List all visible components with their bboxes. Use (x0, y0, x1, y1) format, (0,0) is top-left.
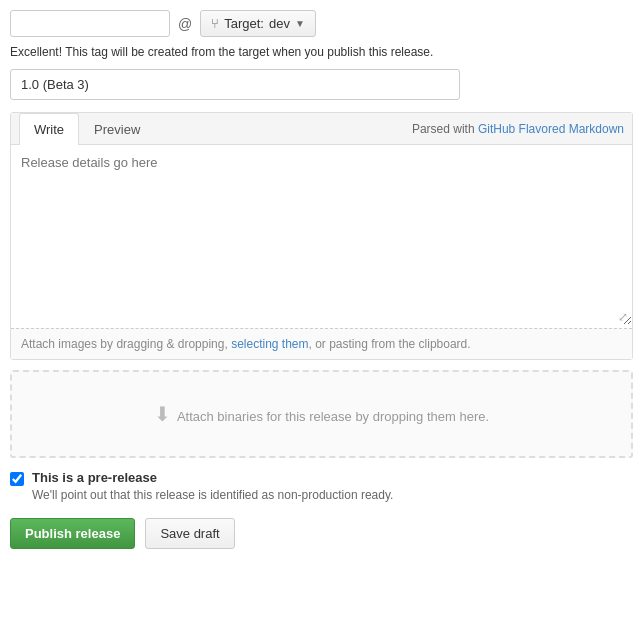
pre-release-section: This is a pre-release We'll point out th… (10, 470, 633, 502)
pre-release-checkbox[interactable] (10, 472, 24, 486)
download-arrow-icon: ⬇ (154, 403, 171, 425)
pre-release-label: This is a pre-release (32, 470, 393, 485)
actions-row: Publish release Save draft (10, 518, 633, 549)
tag-input[interactable]: uat/1.0-beta3 (10, 10, 170, 37)
attach-text-1: Attach images by dragging & dropping, (21, 337, 231, 351)
pre-release-text: This is a pre-release We'll point out th… (32, 470, 393, 502)
attach-text-2: , or pasting from the clipboard. (309, 337, 471, 351)
target-label: Target: (224, 16, 264, 31)
binary-drop-zone[interactable]: ⬇Attach binaries for this release by dro… (10, 370, 633, 458)
parsed-text: Parsed with (412, 122, 478, 136)
tabs-header: Write Preview Parsed with GitHub Flavore… (11, 113, 632, 145)
parsed-info: Parsed with GitHub Flavored Markdown (412, 122, 624, 136)
branch-icon: ⑂ (211, 16, 219, 31)
description-tabs-container: Write Preview Parsed with GitHub Flavore… (10, 112, 633, 360)
textarea-wrapper: ⤢ (11, 145, 632, 328)
tab-preview[interactable]: Preview (79, 113, 155, 145)
pre-release-description: We'll point out that this release is ide… (32, 488, 393, 502)
selecting-them-link[interactable]: selecting them (231, 337, 308, 351)
binary-drop-text: Attach binaries for this release by drop… (177, 409, 489, 424)
tab-write[interactable]: Write (19, 113, 79, 145)
release-title-input[interactable] (10, 69, 460, 100)
at-symbol: @ (178, 16, 192, 32)
info-text: Excellent! This tag will be created from… (10, 45, 633, 59)
github-flavored-markdown-link[interactable]: GitHub Flavored Markdown (478, 122, 624, 136)
publish-release-button[interactable]: Publish release (10, 518, 135, 549)
resize-icon: ⤢ (618, 310, 628, 324)
save-draft-button[interactable]: Save draft (145, 518, 234, 549)
chevron-down-icon: ▼ (295, 18, 305, 29)
attach-bar: Attach images by dragging & dropping, se… (11, 328, 632, 359)
release-notes-textarea[interactable] (11, 145, 632, 325)
target-branch-button[interactable]: ⑂ Target: dev ▼ (200, 10, 316, 37)
target-branch-name: dev (269, 16, 290, 31)
